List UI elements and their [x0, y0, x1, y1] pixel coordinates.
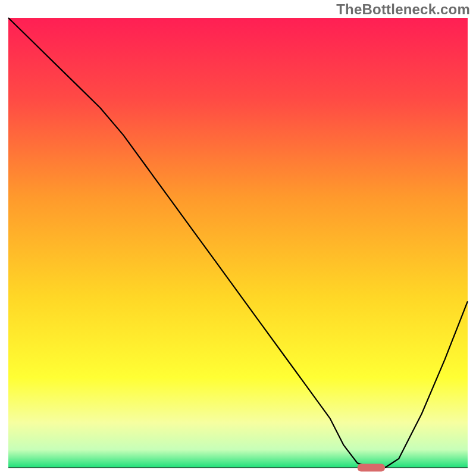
- optimal-marker: [358, 464, 385, 472]
- chart-svg: [0, 0, 476, 476]
- chart-stage: { "watermark": "TheBottleneck.com", "col…: [0, 0, 476, 476]
- watermark-text: TheBottleneck.com: [336, 1, 470, 18]
